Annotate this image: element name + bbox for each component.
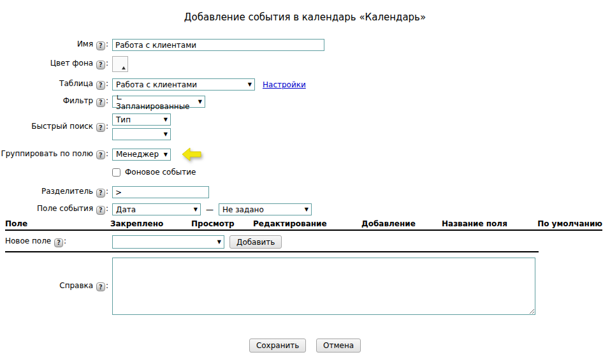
chevron-down-icon: ▼ <box>194 207 198 212</box>
range-dash: — <box>206 205 214 214</box>
separator-input[interactable] <box>112 186 209 198</box>
help-label: Справка ?: <box>0 281 108 292</box>
column-header-pinned: Закреплено <box>110 219 163 228</box>
save-button[interactable]: Сохранить <box>249 339 307 353</box>
form-row-help: Справка ?: <box>0 258 610 315</box>
column-header-view: Просмотр <box>191 219 235 228</box>
event-field-from-select[interactable]: Дата ▼ <box>112 203 201 215</box>
action-bar: Сохранить Отмена <box>0 339 610 353</box>
section-divider <box>5 251 539 252</box>
chevron-down-icon: ▼ <box>198 99 202 105</box>
help-icon[interactable]: ? <box>96 150 105 159</box>
chevron-down-icon: ▼ <box>164 131 168 137</box>
form-row-group-by: Группировать по полю ?: Менеджер ▼ <box>0 147 610 162</box>
help-icon[interactable]: ? <box>96 61 105 69</box>
column-header-field-name: Название поля <box>442 219 507 228</box>
chevron-down-icon: ▼ <box>164 117 168 122</box>
background-event-checkbox[interactable] <box>112 168 120 177</box>
form-row-background-event: Фоновое событие <box>0 168 610 177</box>
form-row-bg-color: Цвет фона ?: <box>0 56 610 72</box>
new-field-select[interactable]: ▼ <box>112 235 224 249</box>
form-row-filter: Фильтр ?: ∟ Запланированные ▼ <box>0 96 610 108</box>
table-label: Таблица ?: <box>0 79 108 90</box>
separator-label: Разделитель ?: <box>0 187 108 198</box>
filter-label: Фильтр ?: <box>0 96 108 107</box>
form-row-quick-search: Быстрый поиск ?: Тип ▼ ▼ <box>0 113 610 140</box>
column-header-edit: Редактирование <box>253 219 327 228</box>
help-textarea[interactable] <box>112 258 535 315</box>
cancel-button[interactable]: Отмена <box>316 339 361 353</box>
fields-table-header: Поле Закреплено Просмотр Редактирование … <box>5 219 602 231</box>
column-header-add: Добавление <box>361 219 416 228</box>
form-row-separator: Разделитель ?: <box>0 186 610 198</box>
help-icon[interactable]: ? <box>96 189 105 198</box>
table-select[interactable]: Работа с клиентами ▼ <box>112 78 255 91</box>
background-event-label: Фоновое событие <box>125 168 196 177</box>
swatch-dropdown-triangle-icon <box>122 66 126 69</box>
help-icon[interactable]: ? <box>96 41 105 50</box>
settings-link[interactable]: Настройки <box>263 80 306 89</box>
quick-search-label: Быстрый поиск ?: <box>0 122 108 133</box>
bg-color-picker[interactable] <box>112 56 128 72</box>
group-by-select[interactable]: Менеджер ▼ <box>112 149 171 161</box>
filter-select[interactable]: ∟ Запланированные ▼ <box>112 96 205 108</box>
chevron-down-icon: ▼ <box>305 207 309 212</box>
name-input[interactable] <box>112 39 324 51</box>
form-row-new-field: Новое поле ?: ▼ Добавить <box>5 235 610 249</box>
bg-color-label: Цвет фона ?: <box>0 59 108 69</box>
form-row-table: Таблица ?: Работа с клиентами ▼ Настройк… <box>0 78 610 91</box>
form-row-event-field: Поле события ?: Дата ▼ — Не задано ▼ <box>0 203 610 215</box>
quick-search-select-1[interactable]: Тип ▼ <box>112 113 171 126</box>
chevron-down-icon: ▼ <box>164 152 168 157</box>
event-field-to-select[interactable]: Не задано ▼ <box>219 203 312 215</box>
event-form: Имя ?: Цвет фона ?: Таблица ?: Работа с … <box>0 39 610 353</box>
add-field-button[interactable]: Добавить <box>229 235 282 249</box>
page-title: Добавление события в календарь «Календар… <box>0 11 610 23</box>
help-icon[interactable]: ? <box>96 98 105 107</box>
help-icon[interactable]: ? <box>54 238 63 247</box>
group-by-label: Группировать по полю ?: <box>0 149 108 160</box>
chevron-down-icon: ▼ <box>248 82 252 87</box>
quick-search-select-2[interactable]: ▼ <box>112 128 171 140</box>
event-field-label: Поле события ?: <box>0 204 108 215</box>
name-label: Имя ?: <box>0 40 108 50</box>
help-icon[interactable]: ? <box>96 123 105 132</box>
column-header-field: Поле <box>5 219 27 228</box>
form-row-name: Имя ?: <box>0 39 610 51</box>
chevron-down-icon: ▼ <box>217 239 221 245</box>
help-icon[interactable]: ? <box>96 282 105 291</box>
highlight-arrow-icon <box>181 147 203 162</box>
new-field-label: Новое поле ?: <box>5 237 112 247</box>
help-icon[interactable]: ? <box>96 81 105 90</box>
column-header-default: По умолчанию <box>537 219 602 228</box>
help-icon[interactable]: ? <box>96 206 105 215</box>
